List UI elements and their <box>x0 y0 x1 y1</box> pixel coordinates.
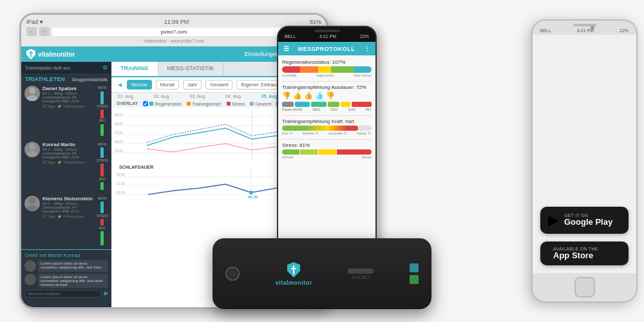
kraft-section: Trainingsempfehlung Kraft: hart kein Tr.… <box>282 118 372 135</box>
phone-battery: 22% <box>360 34 369 39</box>
wristband-logo: vitalmonitor <box>275 262 312 286</box>
app-store-button[interactable]: Available on the App Store <box>540 242 629 265</box>
settings-icon[interactable]: ⚙ <box>102 64 108 71</box>
google-play-button[interactable]: ▶ GET IT ON Google Play <box>540 207 629 234</box>
zone-ga1 <box>311 102 326 107</box>
svg-text:06:00: 06:00 <box>115 140 123 144</box>
regen-section: Regenerationsstatus: 107% erschöpft rege… <box>282 59 372 77</box>
iphone-home-button[interactable] <box>574 277 595 298</box>
chat-input-field[interactable] <box>24 290 101 298</box>
stress-label-normal: normal <box>282 155 293 159</box>
logo-shield-icon <box>26 49 35 59</box>
hamburger-icon[interactable]: ☰ <box>283 45 289 52</box>
time-filter-woche[interactable]: Woche <box>127 80 152 90</box>
athlete-stats-1: 23 Tage ⚡ 3 Messungen <box>43 103 94 108</box>
svg-point-4 <box>29 198 35 204</box>
athlete-item[interactable]: Konrad Martin 34 J. · 96kg · 101cm Leist… <box>21 140 111 194</box>
time-filter-gesamt[interactable]: Gesamt <box>205 80 232 90</box>
tab-training[interactable]: TRAINING <box>111 62 158 76</box>
athlete-item[interactable]: Daniel Spatzek 34 J. · 96kg · 181cm Leis… <box>21 84 111 140</box>
kraft-label-none: kein Tr. <box>282 131 294 135</box>
wristband-tagline: PULSE7 <box>352 275 370 279</box>
phone-screen-title: MESSPROTOKOLL <box>298 46 355 52</box>
regen-labels: erschöpft regeneriert über-komp. <box>282 73 372 77</box>
overlay-chip-weight[interactable]: Gewicht <box>250 101 271 106</box>
chat-message-2: Lorem ipsum dolor sit amet, consetetur s… <box>24 274 108 288</box>
app-name-text: vitalmonitor <box>38 51 75 58</box>
tab-mess-statistik[interactable]: MESS-STATISTIK <box>158 62 224 76</box>
svg-text:06:30: 06:30 <box>248 195 258 199</box>
wristband-shield-icon <box>287 262 300 278</box>
thumb-1[interactable]: 👎 <box>282 91 291 100</box>
phone-left-chrome: BELL 4:21 PM 22% <box>278 27 375 42</box>
stress-labels: normal Stress <box>282 155 372 159</box>
chat-avatar-2 <box>24 274 36 285</box>
nav-prev-btn[interactable]: ◄ <box>117 81 123 88</box>
svg-text:07:00: 07:00 <box>115 131 123 135</box>
athlete-avatar-3 <box>24 196 40 211</box>
iphone-bottom-chrome <box>533 273 636 301</box>
svg-point-1 <box>27 95 37 101</box>
phone-more-icon[interactable]: ⋮ <box>364 45 370 52</box>
svg-text:07:00: 07:00 <box>117 182 125 185</box>
wristband-indicators <box>410 263 419 284</box>
phone-speaker <box>314 30 340 32</box>
chat-header: CHAT mit Martin Konrad <box>24 252 108 258</box>
time-filter-monat[interactable]: Monat <box>156 80 179 90</box>
athlete-avatar-1 <box>24 86 40 101</box>
athlete-name-2: Konrad Martin <box>43 142 94 147</box>
regen-bar-orange <box>300 66 318 73</box>
kraft-label-hard: hartes Tr. <box>357 131 372 135</box>
regen-checkbox[interactable] <box>143 101 148 106</box>
date-5-active: 05. Aug. <box>261 94 279 99</box>
group-stat-btn[interactable]: Gruppenstatistik <box>71 77 108 82</box>
svg-text:09:00: 09:00 <box>117 173 125 176</box>
thumb-5[interactable]: 👎 <box>326 91 335 100</box>
zone-label-reg: REG <box>312 108 320 111</box>
overlay-stress-label: Stress <box>232 102 245 106</box>
thumb-4-active[interactable]: 👍 <box>315 91 324 100</box>
svg-text:05:00: 05:00 <box>115 149 123 153</box>
phone-carrier: BELL <box>285 34 296 39</box>
stress-section: Stress: 81% normal Stress <box>282 142 372 159</box>
tablet-forward-btn[interactable]: › <box>39 27 50 36</box>
date-3: 03. Aug. <box>189 94 206 99</box>
overlay-chip-stress[interactable]: Stress <box>227 101 245 106</box>
stress-bar-4 <box>337 149 372 155</box>
athlete-info-3: Klemens Stutzenstein 34 J. · 96kg · 181c… <box>43 196 94 218</box>
chat-send-icon[interactable]: ➤ <box>103 290 108 298</box>
regen-bar-teal <box>354 66 372 73</box>
tablet-back-btn[interactable]: ‹ <box>26 27 37 36</box>
iphone-carrier: BELL <box>540 28 551 33</box>
svg-text:09:00: 09:00 <box>115 113 123 117</box>
thumb-2[interactable]: 👍 <box>293 91 302 100</box>
overlay-chip-training[interactable]: Trainingsempf. <box>187 101 222 106</box>
wristband-device: vitalmonitor PULSE7 <box>213 238 431 309</box>
google-play-name: Google Play <box>564 218 612 227</box>
stress-bar-3 <box>318 149 336 155</box>
iphone-camera <box>591 26 594 30</box>
kraft-label-normal: normales Tr. <box>328 131 348 135</box>
svg-text:05:00: 05:00 <box>117 191 125 194</box>
training-ausdauer-section: Trainingsempfehlung Ausdauer: 72% 👎 👍 👍 … <box>282 84 372 111</box>
svg-text:08:00: 08:00 <box>115 122 123 126</box>
athlete-item[interactable]: Klemens Stutzenstein 34 J. · 96kg · 181c… <box>21 194 111 249</box>
overlay-chip-regen[interactable]: Regeneration <box>143 101 182 106</box>
nav-einstellungen[interactable]: Einstellungen <box>244 51 279 57</box>
athlete-info-1: Daniel Spatzek 34 J. · 96kg · 181cm Leis… <box>43 86 94 108</box>
athlete-name-1: Daniel Spatzek <box>43 86 94 91</box>
athlete-days-2: 23 Tage <box>43 160 55 164</box>
sidebar-header: Trainingsplan läuft aus ⚙ <box>21 62 111 73</box>
athlete-info-2: Konrad Martin 34 J. · 96kg · 101cm Leist… <box>43 142 94 164</box>
time-filter-jahr[interactable]: Jahr <box>183 80 202 90</box>
wristband-button[interactable] <box>225 267 240 281</box>
athlete-days-1: 23 Tage <box>43 104 55 108</box>
tablet-address-bar[interactable]: pulse7.com <box>52 28 296 36</box>
zone-pause <box>282 102 294 107</box>
thumb-3[interactable]: 👍 <box>304 91 313 100</box>
overlay-regen-label: Regeneration <box>155 102 182 106</box>
phone-app-header: ☰ MESSPROTOKOLL ⋮ <box>278 42 375 55</box>
zone-label-ga2: GA2 <box>348 108 355 111</box>
zone-eb <box>341 102 350 107</box>
chat-input-row: ➤ <box>24 290 108 298</box>
